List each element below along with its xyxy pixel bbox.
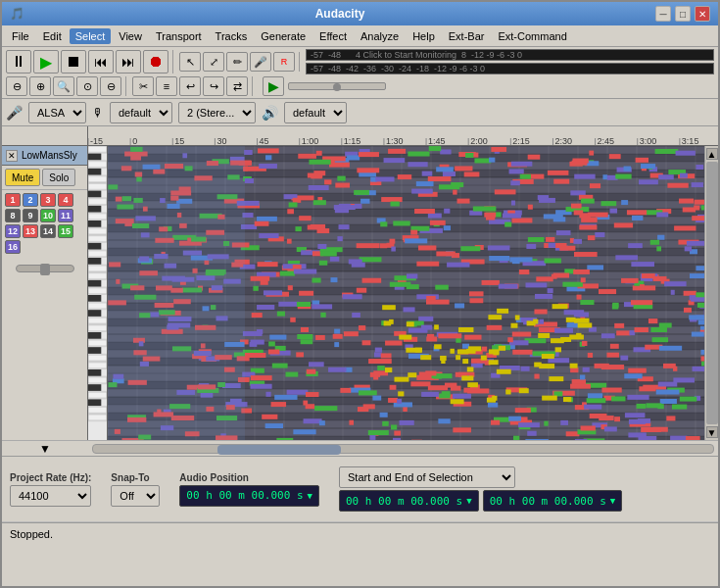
maximize-button[interactable]: □ <box>675 6 691 22</box>
stop-button[interactable]: ⏹ <box>61 50 86 74</box>
envelope-tool[interactable]: ⤢ <box>203 52 224 72</box>
audio-pos-arrow[interactable]: ▼ <box>308 491 312 501</box>
scroll-thumb-v[interactable] <box>706 162 718 424</box>
redo-tool[interactable]: ↪ <box>203 76 224 96</box>
main-content: ✕ LowMansSly Mute Solo 1 2 3 4 8 9 10 11… <box>2 146 718 440</box>
sync-tool[interactable]: ⇄ <box>226 76 248 96</box>
track-name-bar: ✕ LowMansSly <box>2 146 87 166</box>
zoom-in-tool[interactable]: ⊕ <box>29 76 51 96</box>
zoom-out2-tool[interactable]: ⊖ <box>100 76 121 96</box>
menu-effect[interactable]: Effect <box>313 28 353 44</box>
speed-slider[interactable] <box>288 82 386 90</box>
ch-2[interactable]: 2 <box>23 193 38 207</box>
zoom-sel-tool[interactable]: 🔍 <box>53 76 74 96</box>
next-button[interactable]: ⏭ <box>116 50 141 74</box>
menu-help[interactable]: Help <box>407 28 441 44</box>
note-canvas[interactable] <box>108 146 704 440</box>
ch-16[interactable]: 16 <box>5 240 21 254</box>
device-toolbar: 🎤 ALSA 🎙 default 2 (Stere... 🔊 default <box>2 99 718 126</box>
ch-8[interactable]: 8 <box>5 209 21 222</box>
vu-meter-bottom[interactable]: -57 -48 -42 -36 -30 -24 -18 -12 -9 -6 -3… <box>306 63 714 74</box>
timeline-ruler <box>2 126 718 146</box>
trim-tool[interactable]: ✂ <box>132 76 154 96</box>
scroll-up-button[interactable]: ▲ <box>706 148 718 160</box>
track-mute-solo: Mute Solo <box>2 166 87 190</box>
menu-file[interactable]: File <box>6 28 35 44</box>
ch-1[interactable]: 1 <box>5 193 21 207</box>
menu-analyze[interactable]: Analyze <box>355 28 405 44</box>
close-button[interactable]: ✕ <box>695 6 710 22</box>
ch-9[interactable]: 9 <box>23 209 38 222</box>
menubar: File Edit Select View Transport Tracks G… <box>2 25 718 47</box>
play-button[interactable]: ▶ <box>33 50 59 74</box>
titlebar-left: 🎵 <box>10 7 24 21</box>
snap-to-select[interactable]: Off <box>111 485 160 507</box>
draw-tool[interactable]: ✏ <box>226 52 248 72</box>
channel-numbers: 1 2 3 4 8 9 10 11 12 13 14 15 16 <box>2 190 87 257</box>
selection-mode-select[interactable]: Start and End of Selection Start and Len… <box>339 466 515 488</box>
menu-view[interactable]: View <box>113 28 148 44</box>
cursor-tools: ✂ ≡ ↩ ↪ ⇄ <box>132 76 253 96</box>
channel-select[interactable]: 2 (Stere... <box>178 102 256 123</box>
zoom-out-tool[interactable]: ⊖ <box>6 76 27 96</box>
horizontal-scrollbar[interactable] <box>92 444 714 454</box>
track-panel: ✕ LowMansSly Mute Solo 1 2 3 4 8 9 10 11… <box>2 146 88 440</box>
prev-button[interactable]: ⏮ <box>88 50 114 74</box>
menu-tracks[interactable]: Tracks <box>210 28 254 44</box>
ch-3[interactable]: 3 <box>40 193 56 207</box>
position-area: ▶ <box>263 76 386 96</box>
menu-edit[interactable]: Edit <box>37 28 68 44</box>
ch-4[interactable]: 4 <box>58 193 73 207</box>
menu-transport[interactable]: Transport <box>150 28 208 44</box>
snap-to-section: Snap-To Off <box>111 472 160 507</box>
project-rate-select[interactable]: 44100 <box>10 485 91 507</box>
menu-generate[interactable]: Generate <box>255 28 312 44</box>
silence-tool[interactable]: ≡ <box>156 76 177 96</box>
minimize-button[interactable]: ─ <box>655 6 671 22</box>
note-area[interactable] <box>108 146 704 440</box>
audio-pos-value: 00 h 00 m 00.000 s <box>186 489 303 502</box>
selection-end-display[interactable]: 00 h 00 m 00.000 s ▼ <box>483 490 623 512</box>
solo-button[interactable]: Solo <box>42 169 75 186</box>
scroll-down-button[interactable]: ▼ <box>706 426 718 438</box>
volume-slider[interactable] <box>16 265 74 272</box>
ch-11[interactable]: 11 <box>58 209 73 222</box>
menu-select[interactable]: Select <box>70 28 112 44</box>
record-device-select[interactable]: default <box>110 102 172 123</box>
menu-extbar[interactable]: Ext-Bar <box>443 28 491 44</box>
status-text: Stopped. <box>10 528 53 540</box>
pause-button[interactable]: ⏸ <box>6 50 31 74</box>
selection-tool[interactable]: ↖ <box>179 52 201 72</box>
record-button[interactable]: ⏺ <box>143 50 168 74</box>
vu-meter-top[interactable]: -57 -48 4 Click to Start Monitoring 8 -1… <box>306 49 714 61</box>
ch-15[interactable]: 15 <box>58 224 73 238</box>
ch-14[interactable]: 14 <box>40 224 56 238</box>
zoom-fit-tool[interactable]: ⊙ <box>76 76 98 96</box>
audio-position-label: Audio Position <box>179 472 319 483</box>
selection-start-display[interactable]: 00 h 00 m 00.000 s ▼ <box>339 490 479 512</box>
mute-button[interactable]: Mute <box>5 169 40 186</box>
ch-12[interactable]: 12 <box>5 224 21 238</box>
ch-10[interactable]: 10 <box>40 209 56 222</box>
mic-device-icon: 🎤 <box>6 105 23 121</box>
menu-extcommand[interactable]: Ext-Command <box>492 28 572 44</box>
collapse-button[interactable]: ▼ <box>2 442 88 456</box>
ch-13[interactable]: 13 <box>23 224 38 238</box>
vertical-scrollbar[interactable]: ▲ ▼ <box>704 146 718 440</box>
project-rate-label: Project Rate (Hz): <box>10 472 91 483</box>
track-close-button[interactable]: ✕ <box>6 150 18 162</box>
mic-icon: 🎤 <box>250 52 271 72</box>
edit-toolbar: ⊖ ⊕ 🔍 ⊙ ⊖ ✂ ≡ ↩ ↪ ⇄ ▶ <box>6 76 714 96</box>
undo-tool[interactable]: ↩ <box>179 76 201 96</box>
audio-position-display[interactable]: 00 h 00 m 00.000 s ▼ <box>179 485 319 507</box>
piano-keys <box>88 146 108 440</box>
record-tool[interactable]: R <box>273 52 295 72</box>
selection-section: Start and End of Selection Start and Len… <box>339 466 622 512</box>
h-scroll-thumb[interactable] <box>217 445 342 455</box>
transport-toolbar: ⏸ ▶ ⏹ ⏮ ⏭ ⏺ ↖ ⤢ ✏ 🎤 R -57 -48 4 Click to… <box>6 49 714 74</box>
titlebar-controls: ─ □ ✕ <box>655 6 710 22</box>
playback-device-select[interactable]: default <box>284 102 347 123</box>
audio-host-select[interactable]: ALSA <box>28 102 86 123</box>
play-at-speed[interactable]: ▶ <box>263 76 284 96</box>
track-name: LowMansSly <box>22 150 77 161</box>
